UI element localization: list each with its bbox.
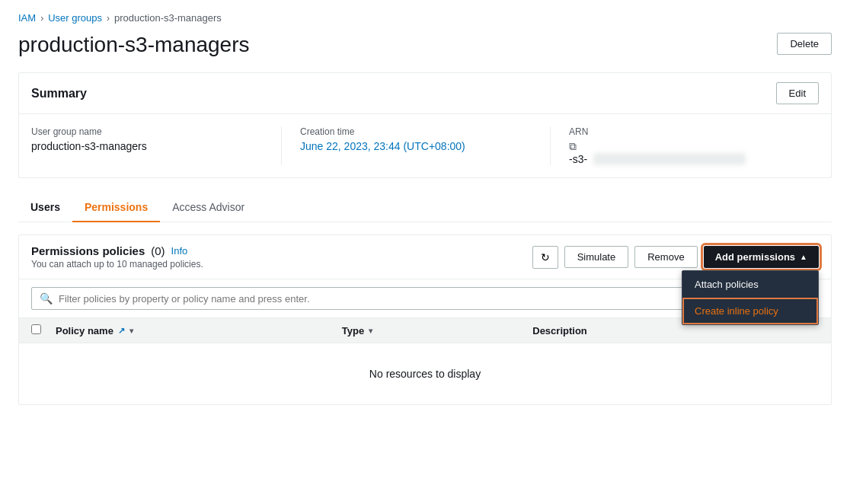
summary-body: User group name production-s3-managers C… — [19, 114, 831, 177]
user-group-name-value: production-s3-managers — [31, 140, 263, 152]
create-inline-policy-item[interactable]: Create inline policy — [682, 298, 818, 324]
summary-col-name: User group name production-s3-managers — [31, 126, 282, 165]
th-checkbox — [31, 324, 56, 337]
remove-button[interactable]: Remove — [634, 246, 697, 268]
select-all-checkbox[interactable] — [31, 324, 41, 334]
breadcrumb: IAM › User groups › production-s3-manage… — [18, 12, 832, 24]
page-title: production-s3-managers — [18, 33, 250, 57]
add-permissions-button[interactable]: Add permissions ▲ — [704, 246, 819, 268]
add-permissions-dropdown: Attach policies Create inline policy — [682, 270, 819, 325]
type-sort-icon[interactable]: ▾ — [369, 327, 372, 335]
attach-policies-item[interactable]: Attach policies — [682, 271, 818, 298]
arn-copy-row: ⧉ — [569, 140, 800, 153]
info-link[interactable]: Info — [171, 245, 188, 257]
content-section: Permissions policies (0) Info You can at… — [18, 234, 832, 405]
creation-time-value: June 22, 2023, 23:44 (UTC+08:00) — [300, 140, 532, 152]
breadcrumb-user-groups[interactable]: User groups — [48, 12, 102, 24]
tab-permissions[interactable]: Permissions — [72, 193, 160, 222]
edit-button[interactable]: Edit — [776, 82, 819, 104]
th-type: Type ▾ — [342, 325, 533, 337]
content-header-left: Permissions policies (0) Info You can at… — [31, 244, 203, 270]
tabs: Users Permissions Access Advisor — [18, 193, 832, 222]
refresh-icon: ↻ — [541, 251, 550, 263]
breadcrumb-current: production-s3-managers — [114, 12, 222, 24]
policy-sort-icon[interactable]: ▾ — [129, 327, 133, 335]
arn-value-row: -s3- — [569, 153, 800, 165]
th-policy-name-label: Policy name — [56, 325, 113, 337]
summary-title: Summary — [31, 87, 87, 100]
refresh-button[interactable]: ↻ — [532, 246, 558, 269]
user-group-name-label: User group name — [31, 126, 263, 137]
th-description: Description — [532, 325, 819, 337]
simulate-button[interactable]: Simulate — [564, 246, 629, 268]
creation-time-label: Creation time — [300, 126, 532, 137]
arn-blurred — [593, 153, 746, 165]
permissions-count: (0) — [151, 244, 165, 257]
permissions-title: Permissions policies — [31, 244, 145, 257]
search-icon: 🔍 — [40, 292, 53, 305]
summary-col-arn: ARN ⧉ -s3- — [569, 126, 819, 165]
arn-prefix: -s3- — [569, 153, 587, 165]
summary-col-time: Creation time June 22, 2023, 23:44 (UTC+… — [300, 126, 551, 165]
no-data-message: No resources to display — [19, 343, 831, 404]
external-link-icon[interactable]: ↗ — [118, 326, 125, 336]
breadcrumb-iam[interactable]: IAM — [18, 12, 36, 24]
breadcrumb-sep-1: › — [40, 13, 43, 24]
summary-section: Summary Edit User group name production-… — [18, 72, 832, 178]
dropdown-arrow-icon: ▲ — [800, 253, 807, 261]
permissions-title-row: Permissions policies (0) Info — [31, 244, 203, 257]
th-description-label: Description — [532, 325, 587, 337]
tab-access-advisor[interactable]: Access Advisor — [160, 193, 257, 222]
summary-header: Summary Edit — [19, 73, 831, 114]
copy-icon[interactable]: ⧉ — [569, 140, 577, 153]
content-header: Permissions policies (0) Info You can at… — [19, 235, 831, 279]
th-type-label: Type — [342, 325, 364, 337]
content-header-right: ↻ Simulate Remove Add permissions ▲ Atta… — [532, 246, 819, 269]
page-container: IAM › User groups › production-s3-manage… — [0, 0, 850, 417]
arn-label: ARN — [569, 126, 800, 137]
permissions-subtitle: You can attach up to 10 managed policies… — [31, 259, 203, 270]
delete-button[interactable]: Delete — [777, 33, 832, 55]
tab-users[interactable]: Users — [18, 193, 72, 222]
page-header: production-s3-managers Delete — [18, 33, 832, 57]
th-policy-name: Policy name ↗ ▾ — [56, 325, 342, 337]
breadcrumb-sep-2: › — [107, 13, 110, 24]
add-permissions-label: Add permissions — [715, 251, 795, 263]
